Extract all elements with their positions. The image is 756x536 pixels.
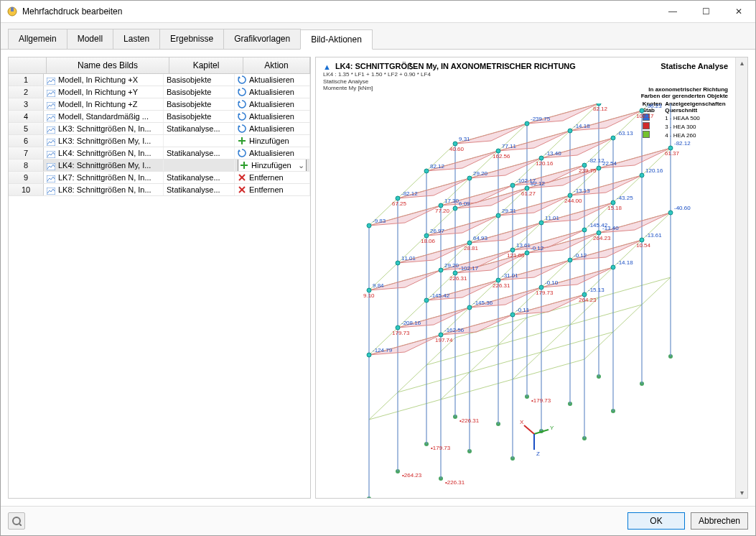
table-body: 1Modell, In Richtung +XBasisobjekteAktua… xyxy=(9,74,310,498)
svg-text:-14.18: -14.18 xyxy=(617,259,633,266)
tab-ergebnisse[interactable]: Ergebnisse xyxy=(159,29,224,49)
svg-point-206 xyxy=(367,353,371,357)
svg-point-216 xyxy=(568,258,572,262)
svg-rect-2 xyxy=(47,78,55,85)
svg-text:-0.12: -0.12 xyxy=(574,252,587,259)
svg-rect-20 xyxy=(47,175,55,182)
picture-icon xyxy=(47,113,55,120)
ok-button[interactable]: OK xyxy=(627,512,685,530)
svg-text:67.25: 67.25 xyxy=(392,200,407,207)
svg-rect-4 xyxy=(47,90,55,97)
preview-sub2: Statische Analyse xyxy=(323,78,728,86)
refresh-icon xyxy=(238,124,246,133)
svg-text:121.08: 121.08 xyxy=(507,252,525,259)
svg-point-234 xyxy=(582,228,587,232)
svg-text:-82.12: -82.12 xyxy=(674,140,691,147)
svg-point-233 xyxy=(597,166,601,170)
table-row[interactable]: 4Modell, Standardmäßig ...BasisobjekteAk… xyxy=(9,111,310,123)
preview-scrollbar[interactable]: ▴ ▾ xyxy=(735,57,747,498)
cancel-button[interactable]: Abbrechen xyxy=(691,512,748,530)
table-row[interactable]: 3Modell, In Richtung +ZBasisobjekteAktua… xyxy=(9,98,310,111)
svg-text:11.01: 11.01 xyxy=(401,255,416,262)
table-row[interactable]: 5LK3: Schnittgrößen N, In...Statikanalys… xyxy=(9,123,310,135)
svg-text:10.54: 10.54 xyxy=(636,242,651,249)
svg-point-236 xyxy=(640,173,644,177)
svg-rect-8 xyxy=(47,114,55,121)
table-row[interactable]: 7LK4: Schnittgrößen N, In...Statikanalys… xyxy=(9,147,310,160)
titlebar: Mehrfachdruck bearbeiten — ☐ ✕ xyxy=(1,1,755,23)
svg-point-219 xyxy=(611,265,615,269)
refresh-icon xyxy=(238,100,246,108)
svg-text:239.75: 239.75 xyxy=(579,167,597,174)
tab-grafikvorlagen[interactable]: Grafikvorlagen xyxy=(223,29,301,49)
svg-text:13.61: 13.61 xyxy=(516,242,531,249)
svg-text:9.31: 9.31 xyxy=(459,136,470,142)
picture-icon xyxy=(47,149,55,157)
svg-marker-16 xyxy=(238,149,241,152)
svg-text:-43.25: -43.25 xyxy=(617,195,633,201)
svg-text:61.27: 61.27 xyxy=(521,190,536,197)
tab-modell[interactable]: Modell xyxy=(67,29,113,49)
collapse-icon[interactable]: ▲ xyxy=(323,63,331,71)
svg-text:226.31: 226.31 xyxy=(493,282,510,289)
col-chapter[interactable]: Kapitel xyxy=(169,57,243,73)
table-row[interactable]: 2Modell, In Richtung +YBasisobjekteAktua… xyxy=(9,86,310,98)
svg-text:-239.75: -239.75 xyxy=(531,116,551,122)
preview-sub1: LK4 : 1.35 * LF1 + 1.50 * LF2 + 0.90 * L… xyxy=(323,71,728,78)
svg-text:28.81: 28.81 xyxy=(464,245,479,251)
add-icon xyxy=(238,137,246,145)
svg-text:9.10: 9.10 xyxy=(363,292,375,299)
svg-text:•179.73: •179.73 xyxy=(431,445,451,451)
legend-note: In axonometrischer Richtung xyxy=(641,86,728,93)
col-name[interactable]: Name des Bilds xyxy=(47,57,169,73)
tab-lasten[interactable]: Lasten xyxy=(113,29,160,49)
table-row[interactable]: 10LK8: Schnittgrößen N, In...Statikanaly… xyxy=(9,184,310,196)
svg-text:-15.13: -15.13 xyxy=(588,287,605,293)
svg-text:29.20: 29.20 xyxy=(444,262,459,269)
svg-line-333 xyxy=(524,425,534,434)
svg-text:-208.16: -208.16 xyxy=(401,320,421,326)
svg-point-243 xyxy=(467,176,472,180)
svg-point-226 xyxy=(439,268,443,272)
svg-point-338 xyxy=(13,517,20,525)
svg-marker-5 xyxy=(238,88,241,91)
svg-text:-96.23: -96.23 xyxy=(645,103,662,109)
svg-text:244.00: 244.00 xyxy=(564,198,582,204)
picture-icon xyxy=(47,137,55,144)
preview-title-right: Statische Analyse xyxy=(661,62,728,70)
svg-text:264.23: 264.23 xyxy=(579,297,597,303)
remove-icon xyxy=(238,173,246,182)
refresh-icon xyxy=(238,112,246,121)
svg-text:-14.18: -14.18 xyxy=(574,123,590,129)
svg-text:9.84: 9.84 xyxy=(373,282,384,289)
tab-bild-aktionen[interactable]: Bild-Aktionen xyxy=(300,29,373,50)
maximize-button[interactable]: ☐ xyxy=(689,1,722,22)
svg-text:29.20: 29.20 xyxy=(473,170,488,177)
svg-point-231 xyxy=(539,221,543,225)
svg-text:Z: Z xyxy=(536,450,540,457)
tab-allgemein[interactable]: Allgemein xyxy=(8,29,67,49)
picture-icon xyxy=(47,125,55,132)
picture-icon xyxy=(47,186,55,193)
close-button[interactable]: ✕ xyxy=(722,1,755,22)
scroll-up-icon[interactable]: ▴ xyxy=(740,59,744,67)
svg-point-245 xyxy=(525,121,529,126)
table-row[interactable]: 8LK4: Schnittgrößen My, I...Hinzufügen⌄ xyxy=(9,160,310,172)
help-button[interactable] xyxy=(8,512,25,530)
picture-icon xyxy=(47,76,55,83)
minimize-button[interactable]: — xyxy=(656,1,689,22)
table-row[interactable]: 6LK3: Schnittgrößen My, I...Hinzufügen xyxy=(9,135,310,147)
svg-text:-0.12: -0.12 xyxy=(531,245,544,251)
svg-text:•264.23: •264.23 xyxy=(402,472,422,479)
legend-title: Farben der gerenderten Objekte xyxy=(641,93,728,99)
svg-text:-40.60: -40.60 xyxy=(674,205,691,211)
col-action[interactable]: Aktion xyxy=(243,57,310,73)
scroll-down-icon[interactable]: ▾ xyxy=(740,489,744,496)
action-dropdown[interactable]: Hinzufügen⌄ xyxy=(238,160,307,171)
table-row[interactable]: 1Modell, In Richtung +XBasisobjekteAktua… xyxy=(9,74,310,86)
svg-text:64.93: 64.93 xyxy=(473,235,488,241)
svg-point-223 xyxy=(396,261,400,265)
table-row[interactable]: 9LK7: Schnittgrößen N, In...Statikanalys… xyxy=(9,172,310,184)
svg-point-213 xyxy=(525,251,529,255)
svg-rect-10 xyxy=(47,126,55,134)
